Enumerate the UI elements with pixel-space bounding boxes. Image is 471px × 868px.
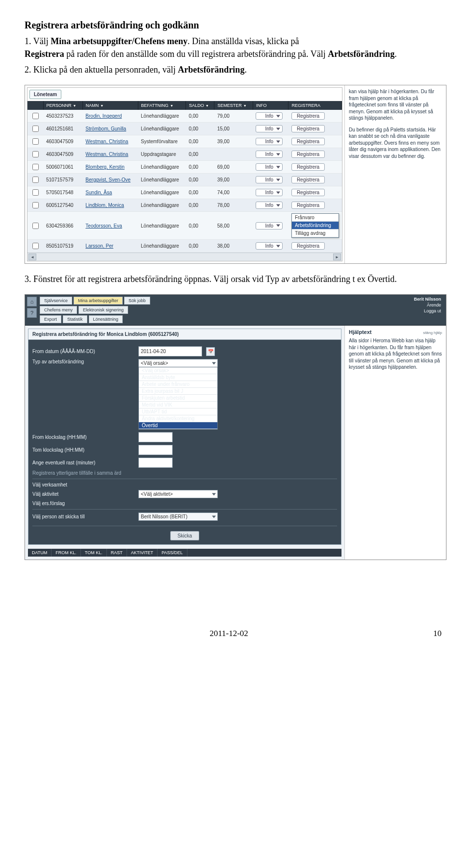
table-row[interactable]: 4503237523Brodin, IngegerdLönehandläggar… <box>27 110 342 123</box>
scroll-left-icon[interactable]: ◄ <box>28 254 36 260</box>
cell-semester: 78,00 <box>214 199 253 212</box>
paragraph-2: 2. Klicka på den aktuella personraden, v… <box>25 63 446 76</box>
name-link[interactable]: Larsson, Per <box>85 243 113 249</box>
typ-dropdown[interactable]: <Välj orsak> <box>138 359 218 367</box>
from-kl-input[interactable] <box>138 432 173 442</box>
dropdown-option[interactable]: Arbete under frånvaro <box>139 381 217 388</box>
submenu-item[interactable]: Tillägg avdrag <box>292 230 339 237</box>
info-button[interactable]: Info <box>256 202 283 209</box>
screenshot-2: ⌂ ? SjälvserviceMina arbetsuppgifterSök … <box>25 294 446 560</box>
registrera-button[interactable]: Registrera <box>291 112 325 120</box>
name-link[interactable]: Lindblom, Monica <box>85 203 124 208</box>
tab[interactable]: Lönesättning <box>89 315 123 323</box>
registrera-button[interactable]: Registrera <box>291 202 325 209</box>
from-datum-input[interactable]: 2011-04-20 <box>138 346 202 357</box>
submenu-item[interactable]: Frånvaro <box>292 214 339 222</box>
table-row[interactable]: 4603047509Westman, ChristinaSystemförval… <box>27 135 342 148</box>
table-row[interactable]: 6005127540Lindblom, MonicaLönehandläggar… <box>27 199 342 212</box>
arende-link[interactable]: Ärende <box>427 303 441 307</box>
row-checkbox[interactable] <box>32 243 39 249</box>
info-button[interactable]: Info <box>256 151 283 158</box>
dropdown-option[interactable]: Anställdsb byte <box>139 374 217 381</box>
registrera-button[interactable]: Registrera <box>291 138 325 145</box>
tab[interactable]: Chefens meny <box>40 306 77 314</box>
col-namn[interactable]: NAMN▼ <box>82 101 138 110</box>
info-button[interactable]: Info <box>256 242 283 250</box>
dropdown-option[interactable]: Mertid vid VIK <box>139 402 217 408</box>
row-checkbox[interactable] <box>32 126 39 132</box>
dropdown-option[interactable]: Förskjuten arbetstid <box>139 395 217 402</box>
table-row[interactable]: 5107157579Berggvist, Sven-OveLönehandläg… <box>27 174 342 186</box>
table-row[interactable]: 6304259366Teodorsson, EvaLönehandläggare… <box>27 212 342 240</box>
typ-dropdown-list[interactable]: <Välj orsak>Anställdsb byteArbete under … <box>138 367 218 430</box>
registrera-button[interactable]: Registrera <box>291 242 325 250</box>
name-link[interactable]: Strömbom, Gunilla <box>85 126 126 131</box>
aktivitet-dropdown[interactable]: <Välj aktivitet> <box>138 490 218 498</box>
col-saldo[interactable]: SALDO▼ <box>186 101 214 110</box>
text-bold: Arbetsförändring <box>328 49 394 59</box>
tab[interactable]: Självservice <box>40 297 72 305</box>
submenu-item[interactable]: Arbetsförändring <box>292 222 339 230</box>
table-row[interactable]: 4601251681Strömbom, GunillaLönehandlägga… <box>27 123 342 135</box>
col-semester[interactable]: SEMESTER▼ <box>214 101 253 110</box>
row-checkbox[interactable] <box>32 177 39 183</box>
rast-input[interactable] <box>138 458 173 468</box>
registrera-button[interactable]: Registrera <box>291 189 325 196</box>
horizontal-scrollbar[interactable]: ◄ ► <box>27 253 342 261</box>
cell-personnr: 5006071061 <box>43 161 82 174</box>
row-checkbox[interactable] <box>32 138 39 145</box>
scroll-right-icon[interactable]: ► <box>333 254 341 260</box>
tom-kl-input[interactable] <box>138 445 173 455</box>
tab[interactable]: Sök jobb <box>124 297 150 305</box>
help-icon[interactable]: ? <box>27 308 37 318</box>
table-row[interactable]: 8505107519Larsson, PerLönehandläggare0,0… <box>27 240 342 253</box>
tab[interactable]: Elektronisk signering <box>78 306 128 314</box>
dropdown-option[interactable]: <Välj orsak> <box>139 367 217 374</box>
info-button[interactable]: Info <box>256 176 283 183</box>
dropdown-option[interactable]: Ändra aktivitet/kontering <box>139 415 217 422</box>
row-checkbox[interactable] <box>32 113 39 119</box>
label-typ: Typ av arbetsförändring <box>32 359 135 364</box>
info-button[interactable]: Info <box>256 222 283 230</box>
name-link[interactable]: Westman, Christina <box>85 152 128 157</box>
dropdown-option[interactable]: Extra jourpass bil J <box>139 388 217 395</box>
col-befattning[interactable]: BEFATTNING▼ <box>138 101 186 110</box>
info-button[interactable]: Info <box>256 125 283 132</box>
register-submenu[interactable]: FrånvaroArbetsförändringTillägg avdrag <box>291 213 339 238</box>
tab[interactable]: Export <box>40 315 61 323</box>
table-row[interactable]: 4603047509Westman, ChristinaUppdragstaga… <box>27 148 342 161</box>
home-icon[interactable]: ⌂ <box>27 297 37 306</box>
name-link[interactable]: Teodorsson, Eva <box>85 223 122 229</box>
text-bold: Arbetsförändring <box>178 65 244 75</box>
name-link[interactable]: Brodin, Ingegerd <box>85 113 122 119</box>
info-button[interactable]: Info <box>256 138 283 145</box>
info-button[interactable]: Info <box>256 189 283 196</box>
registrera-button[interactable]: Registrera <box>291 125 325 132</box>
registrera-button[interactable]: Registrera <box>291 163 325 171</box>
row-checkbox[interactable] <box>32 223 39 229</box>
dropdown-option[interactable]: Utb/APT tid <box>139 408 217 415</box>
dropdown-option[interactable]: Övertid <box>139 422 217 429</box>
col-personnr[interactable]: PERSONNR▼ <box>43 101 82 110</box>
tab[interactable]: Statistik <box>63 315 87 323</box>
name-link[interactable]: Westman, Christina <box>85 139 128 144</box>
registrera-button[interactable]: Registrera <box>291 176 325 183</box>
info-button[interactable]: Info <box>256 163 283 171</box>
registrera-button[interactable]: Registrera <box>291 151 325 158</box>
skicka-button[interactable]: Skicka <box>170 531 199 540</box>
row-checkbox[interactable] <box>32 202 39 208</box>
tab[interactable]: Mina arbetsuppgifter <box>74 297 123 305</box>
name-link[interactable]: Blomberg, Kerstin <box>85 164 124 170</box>
row-checkbox[interactable] <box>32 151 39 157</box>
row-checkbox[interactable] <box>32 164 39 170</box>
calendar-icon[interactable]: 📅 <box>206 347 215 356</box>
logout-link[interactable]: Logga ut <box>424 308 441 313</box>
close-help-link[interactable]: stäng hjälp <box>423 331 442 336</box>
table-row[interactable]: 5006071061Blomberg, KerstinLönehandlägga… <box>27 161 342 174</box>
name-link[interactable]: Sundin, Åsa <box>85 190 112 195</box>
info-button[interactable]: Info <box>256 112 283 120</box>
register-form-panel: Registrera arbetsförändring för Monica L… <box>28 329 341 545</box>
row-checkbox[interactable] <box>32 189 39 196</box>
name-link[interactable]: Berggvist, Sven-Ove <box>85 177 131 182</box>
table-row[interactable]: 5705017548Sundin, ÅsaLönehandläggare0,00… <box>27 186 342 199</box>
